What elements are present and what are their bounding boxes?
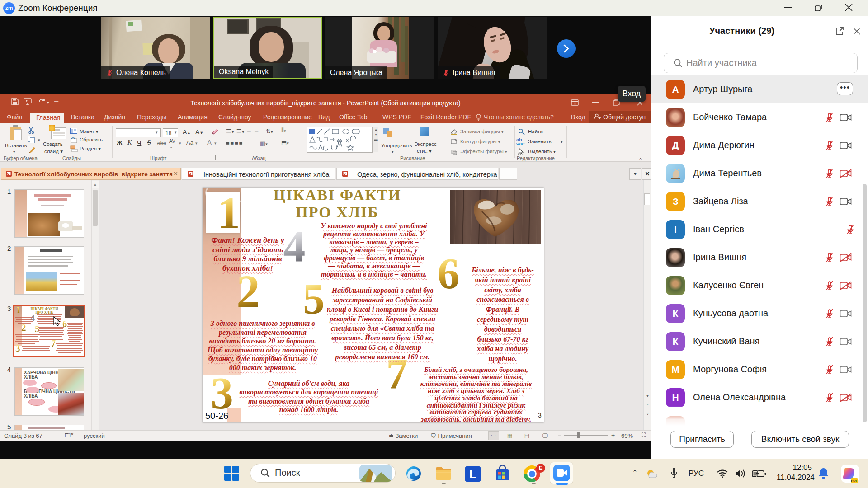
- svg-text:PRE: PRE: [851, 479, 858, 483]
